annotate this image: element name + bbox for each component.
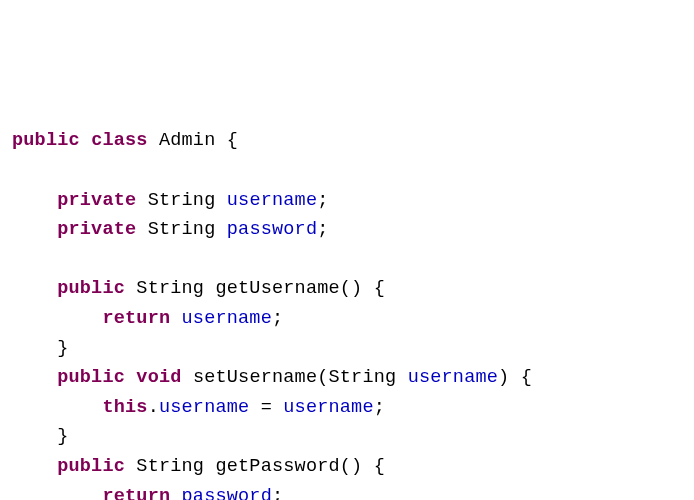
keyword-private: private: [57, 219, 136, 240]
paren-close: ): [351, 456, 362, 477]
ref-password: password: [182, 486, 272, 501]
keyword-return: return: [102, 308, 170, 329]
keyword-public: public: [12, 130, 80, 151]
type-string: String: [329, 367, 397, 388]
code-block: public class Admin { private String user…: [12, 126, 682, 500]
keyword-public: public: [57, 456, 125, 477]
brace-close: }: [57, 338, 68, 359]
semicolon: ;: [272, 308, 283, 329]
brace-open: {: [227, 130, 238, 151]
dot: .: [148, 397, 159, 418]
assign-username: username: [283, 397, 373, 418]
type-string: String: [136, 278, 204, 299]
paren-open: (: [340, 278, 351, 299]
equals: =: [261, 397, 272, 418]
semicolon: ;: [317, 219, 328, 240]
class-name: Admin: [159, 130, 216, 151]
brace-close: }: [57, 426, 68, 447]
keyword-private: private: [57, 190, 136, 211]
semicolon: ;: [374, 397, 385, 418]
this-username: username: [159, 397, 249, 418]
param-username: username: [408, 367, 498, 388]
keyword-class: class: [91, 130, 148, 151]
method-setusername: setUsername: [193, 367, 317, 388]
brace-open: {: [374, 456, 385, 477]
semicolon: ;: [317, 190, 328, 211]
method-getusername: getUsername: [215, 278, 339, 299]
paren-close: ): [351, 278, 362, 299]
type-string: String: [148, 190, 216, 211]
keyword-public: public: [57, 278, 125, 299]
field-password: password: [227, 219, 317, 240]
brace-open: {: [374, 278, 385, 299]
keyword-void: void: [136, 367, 181, 388]
paren-open: (: [317, 367, 328, 388]
keyword-return: return: [102, 486, 170, 501]
ref-username: username: [182, 308, 272, 329]
keyword-this: this: [102, 397, 147, 418]
type-string: String: [148, 219, 216, 240]
type-string: String: [136, 456, 204, 477]
field-username: username: [227, 190, 317, 211]
brace-open: {: [521, 367, 532, 388]
semicolon: ;: [272, 486, 283, 501]
method-getpassword: getPassword: [215, 456, 339, 477]
paren-close: ): [498, 367, 509, 388]
keyword-public: public: [57, 367, 125, 388]
paren-open: (: [340, 456, 351, 477]
